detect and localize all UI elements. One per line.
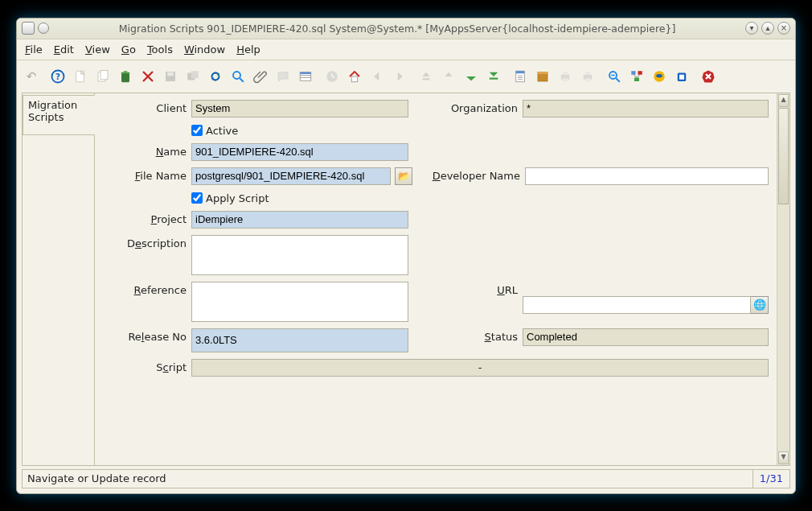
parent-prev-button [439,67,458,86]
client-field [191,100,408,117]
minimize-button[interactable]: ▾ [745,22,758,35]
svg-point-14 [233,72,240,79]
status-message: Navigate or Update record [23,472,753,484]
help-button[interactable]: ? [48,67,68,86]
active-checkbox[interactable]: Active [191,124,238,137]
label-client: Client [100,100,187,114]
scroll-thumb[interactable] [778,108,789,204]
home-button[interactable] [345,67,364,86]
release-no-field[interactable] [191,328,408,352]
status-field[interactable] [523,328,769,346]
save-new-button [183,67,203,86]
menu-edit[interactable]: Edit [54,43,74,56]
apply-script-checkbox[interactable]: Apply Script [191,192,269,204]
svg-rect-11 [167,72,174,76]
organization-field [523,100,769,117]
zoom-across-button[interactable] [605,67,624,86]
svg-rect-6 [121,72,130,73]
request-button[interactable] [650,67,669,86]
label-organization: Organization [421,100,518,114]
chat-button [273,67,293,86]
svg-rect-28 [538,73,547,81]
label-name: Name [100,143,187,158]
delete-selected-button[interactable] [138,67,158,86]
name-field[interactable] [191,143,408,161]
reference-field[interactable] [191,282,408,322]
url-field[interactable] [523,296,751,314]
archive-button[interactable] [533,67,552,86]
scroll-track[interactable] [777,108,789,451]
label-project: Project [100,211,187,225]
menu-help[interactable]: Help [236,43,260,56]
refresh-button[interactable] [206,67,225,86]
project-field[interactable] [191,211,408,229]
next-record-button[interactable] [461,67,481,86]
scroll-down-button[interactable]: ▼ [778,451,789,464]
file-name-field[interactable] [191,167,391,185]
svg-line-43 [637,74,640,77]
lookup-button[interactable] [228,67,248,86]
record-counter: 1/31 [753,470,789,488]
label-active: Active [206,125,238,137]
svg-line-37 [616,78,620,82]
svg-text:?: ? [55,71,60,80]
svg-rect-34 [585,72,590,75]
app-window: Migration Scripts 901_IDEMPIERE-420.sql … [16,18,796,494]
svg-rect-13 [191,71,199,78]
delete-button[interactable] [116,67,135,86]
label-file-name: File Name [100,167,187,182]
scroll-up-button[interactable]: ▲ [778,94,789,107]
app-menu-icon[interactable] [38,23,49,34]
script-field[interactable]: - [191,359,769,377]
file-browse-button[interactable]: 📂 [395,167,412,185]
svg-rect-41 [634,77,639,81]
grid-toggle-button[interactable] [296,67,315,86]
toolbar: ↶ ? [17,60,795,93]
svg-rect-39 [631,71,635,75]
product-info-button[interactable] [672,67,691,86]
vertical-scrollbar[interactable]: ▲ ▼ [777,93,789,465]
print-preview-button [556,67,575,86]
history-button [322,67,342,86]
label-url: URL [421,282,518,296]
new-button[interactable] [71,67,90,86]
workflow-button[interactable] [627,67,646,86]
svg-rect-7 [124,71,128,72]
parent-first-button [416,67,436,86]
developer-name-field[interactable] [525,167,769,185]
label-release-no: Release No [100,328,187,343]
svg-rect-32 [563,78,568,81]
back-button [367,67,387,86]
description-field[interactable] [191,235,408,275]
svg-rect-29 [537,72,548,74]
menu-view[interactable]: View [85,43,110,56]
svg-rect-4 [100,70,108,79]
svg-rect-19 [300,72,311,73]
active-checkbox-input[interactable] [191,125,203,136]
save-button [161,67,180,86]
folder-open-icon: 📂 [398,171,410,182]
copy-record-button[interactable] [93,67,113,86]
svg-rect-35 [585,78,590,81]
titlebar: Migration Scripts 901_IDEMPIERE-420.sql … [17,19,795,39]
undo-button: ↶ [22,67,41,86]
close-window-button[interactable]: × [777,22,790,35]
forward-button [390,67,409,86]
apply-script-checkbox-input[interactable] [191,192,203,204]
menu-go[interactable]: Go [121,43,136,56]
label-developer-name: Developer Name [425,167,520,182]
menu-tools[interactable]: Tools [147,43,173,56]
label-script: Script [100,359,187,373]
url-open-button[interactable]: 🌐 [751,296,769,314]
last-record-button[interactable] [484,67,503,86]
menu-file[interactable]: File [25,43,43,56]
maximize-button[interactable]: ▴ [761,22,774,35]
attachment-button[interactable] [251,67,270,86]
svg-rect-31 [563,72,568,75]
tab-migration-scripts[interactable]: Migration Scripts [23,95,95,135]
menu-window[interactable]: Window [184,43,225,56]
menubar: File Edit View Go Tools Window Help [17,39,795,60]
svg-rect-24 [516,71,525,73]
close-button[interactable] [699,67,718,86]
report-button[interactable] [511,67,530,86]
